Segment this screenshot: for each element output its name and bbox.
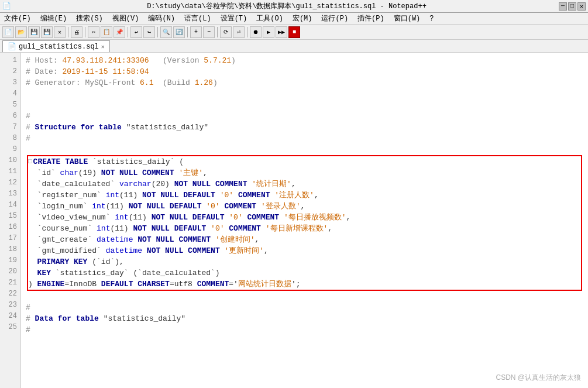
paste-button[interactable]: 📌 [114,26,125,38]
watermark: CSDN @认真生活的灰太狼 [496,372,581,383]
redo-button[interactable]: ↪ [143,26,155,38]
menu-help[interactable]: ? [428,15,435,23]
tab-sql-file[interactable]: 📄 guli_statistics.sql ✕ [2,40,110,52]
minimize-button[interactable]: ─ [559,2,567,11]
line-numbers: 1 2 3 4 5 6 7 8 9 10 11 12 13 14 15 16 1… [0,53,21,388]
replace-button[interactable]: 🔄 [173,26,185,38]
code-line-16: `course_num` int(11) NOT NULL DEFAULT '0… [28,223,581,234]
menu-view[interactable]: 视图(V) [111,13,141,23]
tab-close-icon[interactable]: ✕ [101,43,105,50]
menu-search[interactable]: 搜索(S) [74,13,105,23]
toolbar-sep-6 [217,27,218,37]
code-line-21: ) ENGINE=InnoDB DEFAULT CHARSET=utf8 COM… [28,279,581,290]
code-line-1: # Host: 47.93.118.241:33306 (Version 5.7… [26,55,583,66]
code-line-7: # Structure for table "statistics_daily" [26,122,583,133]
code-line-14: `login_num` int(11) NOT NULL DEFAULT '0'… [28,201,581,212]
open-button[interactable]: 📂 [15,26,27,38]
macro-run-button[interactable]: ▶▶ [276,26,287,38]
code-line-9 [26,144,583,155]
toolbar-sep-4 [157,27,158,37]
code-line-23: # [26,302,583,313]
menu-language[interactable]: 语言(L) [183,13,213,23]
cut-button[interactable]: ✂ [88,26,99,38]
new-button[interactable]: 📄 [2,26,14,38]
code-line-10: □CREATE TABLE `statistics_daily` ( [28,156,581,167]
save-all-button[interactable]: 💾 [41,26,53,38]
code-line-5 [26,99,583,111]
tab-label: guli_statistics.sql [19,43,99,51]
tab-icon: 📄 [8,42,16,51]
code-line-15: `video_view_num` int(11) NOT NULL DEFAUL… [28,212,581,223]
menu-plugins[interactable]: 插件(P) [356,13,386,23]
menu-bar: 文件(F) 编辑(E) 搜索(S) 视图(V) 编码(N) 语言(L) 设置(T… [0,13,588,25]
fold-marker-10[interactable]: □ [28,156,32,167]
code-line-19: PRIMARY KEY (`id`), [28,256,581,267]
code-line-8: # [26,133,583,144]
menu-edit[interactable]: 编辑(E) [39,13,69,23]
tab-bar: 📄 guli_statistics.sql ✕ [0,40,588,53]
macro-rec-button[interactable]: ⏺ [250,26,262,38]
title-text: D:\study\data\谷粒学院\资料\数据库脚本\guli_statist… [15,1,559,11]
close-button[interactable]: ✕ [577,2,586,11]
editor-area: 1 2 3 4 5 6 7 8 9 10 11 12 13 14 15 16 1… [0,53,588,388]
code-editor[interactable]: # Host: 47.93.118.241:33306 (Version 5.7… [21,53,588,388]
toolbar-sep-3 [128,27,128,37]
menu-file[interactable]: 文件(F) [2,13,33,23]
menu-macro[interactable]: 宏(M) [291,13,314,23]
toolbar-sep-1 [68,27,68,37]
menu-run[interactable]: 运行(P) [319,13,350,23]
print-button[interactable]: 🖨 [71,26,82,38]
close-button2[interactable]: ✕ [54,26,66,38]
create-table-block: □CREATE TABLE `statistics_daily` ( `id` … [27,155,582,291]
code-line-24: # Data for table "statistics_daily" [26,313,583,324]
sync-button[interactable]: ⟳ [220,26,232,38]
code-line-3: # Generator: MySQL-Front 6.1 (Build 1.26… [26,77,583,88]
menu-tools[interactable]: 工具(O) [255,13,285,23]
code-line-25: # [26,324,583,335]
toolbar-sep-7 [247,27,247,37]
wrap-button[interactable]: ⏎ [233,26,245,38]
code-line-12: `date_calculated` varchar(20) NOT NULL C… [28,178,581,190]
toolbar-sep-2 [85,27,85,37]
code-line-4 [26,88,583,99]
menu-encode[interactable]: 编码(N) [146,13,177,23]
title-bar: 📄 D:\study\data\谷粒学院\资料\数据库脚本\guli_stati… [0,0,588,13]
code-line-17: `gmt_create` datetime NOT NULL COMMENT '… [28,234,581,245]
zoom-in-button[interactable]: + [190,26,202,38]
code-line-2: # Date: 2019-11-15 11:58:04 [26,66,583,77]
code-line-22 [26,291,583,302]
save-button[interactable]: 💾 [28,26,40,38]
toolbar: 📄 📂 💾 💾 ✕ 🖨 ✂ 📋 📌 ↩ ↪ 🔍 🔄 + − ⟳ ⏎ ⏺ ▶ ▶▶… [0,25,588,40]
undo-button[interactable]: ↩ [130,26,142,38]
code-line-13: `register_num` int(11) NOT NULL DEFAULT … [28,190,581,201]
copy-button[interactable]: 📋 [101,26,112,38]
code-line-11: `id` char(19) NOT NULL COMMENT '主键', [28,167,581,178]
zoom-out-button[interactable]: − [203,26,215,38]
code-line-6: # [26,111,583,122]
toolbar-sep-5 [187,27,188,37]
maximize-button[interactable]: □ [568,2,576,11]
macro-play-button[interactable]: ▶ [263,26,274,38]
record-button[interactable]: ■ [288,26,300,38]
window-controls[interactable]: ─ □ ✕ [559,2,586,11]
find-button[interactable]: 🔍 [160,26,172,38]
code-line-20: KEY `statistics_day` (`date_calculated`) [28,267,581,279]
code-line-18: `gmt_modified` datetime NOT NULL COMMENT… [28,245,581,256]
menu-settings[interactable]: 设置(T) [219,13,249,23]
menu-window[interactable]: 窗口(W) [392,13,422,23]
